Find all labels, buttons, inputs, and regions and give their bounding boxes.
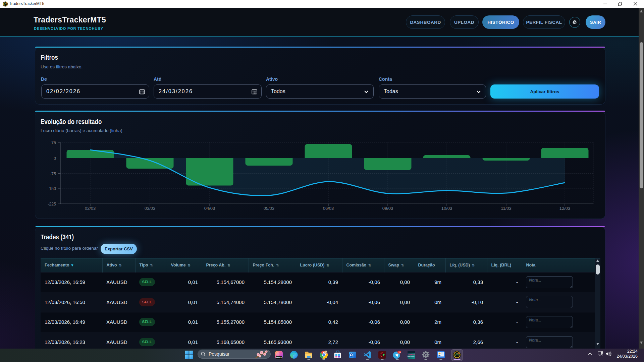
svg-text:M365: M365 (276, 356, 282, 359)
svg-text:10/03: 10/03 (441, 206, 452, 211)
svg-text:09/03: 09/03 (382, 206, 393, 211)
svg-text:PES2021: PES2021 (408, 355, 415, 357)
svg-text:12/03: 12/03 (559, 206, 571, 211)
svg-text:..75: ..75 (398, 351, 401, 353)
svg-text:02/03: 02/03 (85, 206, 96, 211)
svg-text:-225: -225 (48, 202, 56, 206)
svg-text:-75: -75 (50, 172, 56, 176)
svg-text:0: 0 (54, 156, 56, 161)
svg-text:03/03: 03/03 (145, 206, 156, 211)
svg-text:04/03: 04/03 (204, 206, 215, 211)
svg-text:11/03: 11/03 (501, 206, 512, 211)
svg-text:06/03: 06/03 (323, 206, 334, 211)
svg-text:75: 75 (51, 140, 56, 145)
svg-text:-150: -150 (48, 186, 56, 191)
svg-text:05/03: 05/03 (264, 206, 275, 211)
